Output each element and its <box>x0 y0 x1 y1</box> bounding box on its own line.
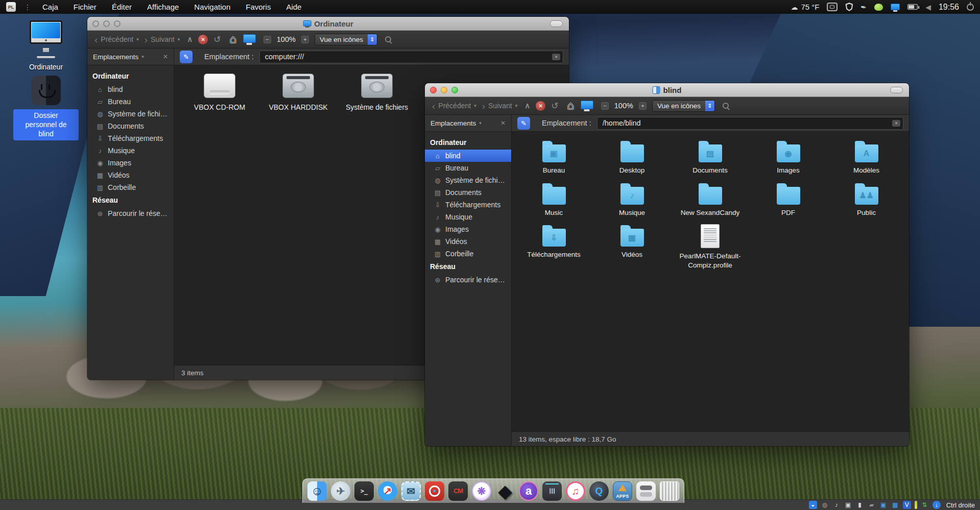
close-sidebar-icon[interactable]: ✕ <box>500 119 506 127</box>
sidebar-item[interactable]: ⌂ blind <box>87 83 174 95</box>
vm-seamless-icon[interactable]: ▦ <box>891 501 899 509</box>
finder-dock-icon[interactable]: ☺ <box>307 481 327 501</box>
amarok-icon[interactable]: a <box>519 481 538 501</box>
vm-features-icon[interactable]: V <box>903 501 911 509</box>
file-item[interactable]: New SexandCandy <box>675 182 746 217</box>
sidebar-item[interactable]: ▥ Corbeille <box>425 248 511 260</box>
sidebar-item[interactable]: ⇩ Téléchargements <box>425 199 511 211</box>
vm-usb-icon[interactable]: ▮ <box>856 501 864 509</box>
up-button[interactable]: ∧ <box>187 35 193 44</box>
weather-icon[interactable]: ☁ 75 °F <box>791 3 819 11</box>
view-mode-select[interactable]: Vue en icônes ⇕ <box>315 34 377 45</box>
reload-button[interactable]: ↺ <box>551 101 558 111</box>
rollup-button[interactable] <box>550 20 563 27</box>
sidebar-item[interactable]: ▱ Bureau <box>87 95 174 108</box>
display-icon[interactable] <box>891 4 900 10</box>
zoom-out-button[interactable]: − <box>601 102 609 110</box>
menu-item[interactable]: Navigation <box>194 3 230 11</box>
file-item[interactable]: PDF <box>753 182 824 217</box>
location-input[interactable] <box>259 51 563 63</box>
stop-button[interactable]: ✕ <box>536 101 545 111</box>
sidebar-item[interactable]: ⇩ Téléchargements <box>87 132 174 144</box>
titlebar[interactable]: Ordinateur <box>87 17 569 31</box>
maximize-button[interactable] <box>451 87 458 93</box>
search-icon[interactable] <box>723 103 729 109</box>
file-view[interactable]: ▣ Bureau Desktop <box>512 132 909 431</box>
vm-download-icon[interactable]: ↓ <box>933 501 941 509</box>
computer-button[interactable] <box>243 34 256 43</box>
sidebar-item[interactable]: ▱ Bureau <box>425 162 511 174</box>
cmus-player-icon[interactable]: CM <box>448 481 468 501</box>
terminal-icon[interactable]: >_ <box>354 481 374 501</box>
rollup-button[interactable] <box>890 87 903 93</box>
vm-windows-icon[interactable]: ▣ <box>844 501 852 509</box>
sidebar-item[interactable]: ▦ Vidéos <box>425 235 511 248</box>
vm-optical-icon[interactable]: ◍ <box>821 501 829 509</box>
view-mode-select[interactable]: Vue en icônes ⇕ <box>652 100 715 112</box>
vm-indicator-bar[interactable] <box>915 501 917 509</box>
theme-blob-icon[interactable] <box>874 4 883 11</box>
clear-location-icon[interactable]: ✕ <box>892 120 900 127</box>
file-item[interactable]: A Modèles <box>831 140 902 175</box>
trash-icon[interactable] <box>660 481 679 501</box>
vm-network-icon[interactable]: ⇅ <box>921 501 929 509</box>
clear-location-icon[interactable]: ✕ <box>552 54 560 60</box>
maximize-button[interactable] <box>114 20 121 27</box>
clock[interactable]: 19:56 <box>939 3 959 12</box>
sidebar-item[interactable]: ♪ Musique <box>425 211 511 223</box>
zoom-in-button[interactable]: + <box>301 36 309 43</box>
forward-button[interactable]: › Suivant ▾ <box>145 35 180 44</box>
menu-item[interactable]: Caja <box>42 3 58 11</box>
apps-installer-icon[interactable]: APPS <box>613 481 632 501</box>
mixer-icon[interactable]: ≡ <box>542 481 562 501</box>
back-button[interactable]: ‹ Précédent ▾ <box>94 35 139 44</box>
sidebar-item[interactable]: ◉ Images <box>87 157 174 169</box>
file-item[interactable]: ♟♟ Public <box>831 182 902 217</box>
screen-recorder-icon[interactable]: ● <box>425 481 444 501</box>
inkscape-icon[interactable]: ◆ <box>495 481 515 501</box>
menu-item[interactable]: Aide <box>286 3 301 11</box>
close-button[interactable] <box>430 87 437 93</box>
vm-harddisk-icon[interactable]: ◒ <box>809 501 817 509</box>
sidebar-item[interactable]: ◍ Système de fichi… <box>87 108 174 120</box>
file-item[interactable]: Desktop <box>596 140 668 175</box>
close-sidebar-icon[interactable]: ✕ <box>163 53 168 60</box>
screenshot-tool-icon[interactable] <box>827 3 838 11</box>
distro-logo-icon[interactable]: PL <box>6 2 16 12</box>
file-item[interactable]: ♪ Musique <box>596 182 668 217</box>
file-item[interactable]: ⇩ Téléchargements <box>518 224 590 270</box>
itunes-music-icon[interactable]: ♫ <box>566 481 585 501</box>
menu-item[interactable]: Éditer <box>112 3 132 11</box>
stylus-icon[interactable]: ✒ <box>861 4 867 11</box>
shield-icon[interactable] <box>845 3 853 11</box>
file-item[interactable]: ▦ Vidéos <box>596 224 668 270</box>
volume-muted-icon[interactable]: ◀ <box>925 4 931 11</box>
file-item[interactable]: ◉ Images <box>753 140 824 175</box>
power-icon[interactable] <box>967 4 974 11</box>
menu-item[interactable]: Affichage <box>147 3 179 11</box>
vm-shared-folder-icon[interactable]: ▰ <box>868 501 876 509</box>
zoom-out-button[interactable]: − <box>264 36 271 43</box>
forward-button[interactable]: › Suivant ▾ <box>482 101 518 111</box>
mail-stamp-icon[interactable]: ✉ <box>401 481 421 501</box>
toggles-settings-icon[interactable] <box>636 481 656 501</box>
menu-item[interactable]: Fichier <box>74 3 97 11</box>
file-item[interactable]: Music <box>518 182 590 217</box>
sidebar-item[interactable]: ◍ Système de fichi… <box>425 174 511 186</box>
places-header[interactable]: Emplacements ▾ ✕ <box>87 48 174 65</box>
places-header[interactable]: Emplacements ▾ ✕ <box>425 115 512 131</box>
launchpad-rocket-icon[interactable]: ✈ <box>331 481 350 501</box>
file-item[interactable]: ▤ Documents <box>675 140 746 175</box>
file-item[interactable]: VBOX CD-ROM <box>184 74 255 112</box>
computer-button[interactable] <box>581 101 593 109</box>
edit-location-button[interactable]: ✎ <box>180 51 193 63</box>
file-item[interactable]: ▣ Bureau <box>518 140 590 175</box>
menu-item[interactable]: Favoris <box>246 3 271 11</box>
battery-icon[interactable] <box>907 4 918 10</box>
safari-browser-icon[interactable]: ↗ <box>378 481 397 501</box>
titlebar[interactable]: blind <box>425 83 909 97</box>
location-input[interactable] <box>597 117 903 130</box>
file-item[interactable]: Système de fichiers <box>342 74 412 112</box>
sidebar-item[interactable]: ▤ Documents <box>425 186 511 199</box>
close-button[interactable] <box>92 20 99 27</box>
